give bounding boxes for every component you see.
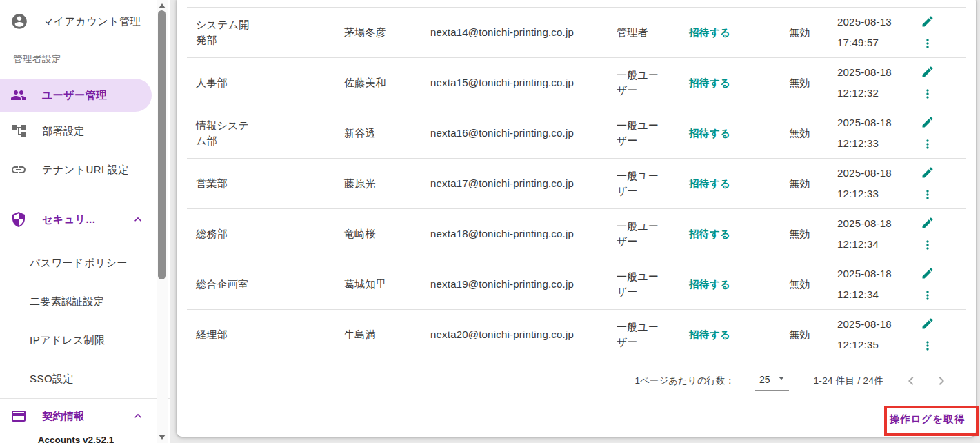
sidebar-item-sso-settings[interactable]: SSO設定 [0,360,152,398]
datetime-cell: 2025-08-13 17:49:57 [837,12,921,53]
department-cell: 人事部 [196,75,344,90]
invite-cell: 招待する [689,75,789,90]
sidebar: マイアカウント管理 管理者設定 ユーザー管理 部署設定 テナントURL設定 セキ… [0,0,170,443]
name-cell: 佐藤美和 [344,75,430,90]
edit-button[interactable] [921,166,934,179]
sidebar-item-user-management[interactable]: ユーザー管理 [0,79,152,112]
kebab-menu-icon [921,87,934,101]
invite-link[interactable]: 招待する [689,178,731,189]
edit-button[interactable] [921,14,934,28]
sidebar-item-ip-restriction[interactable]: IPアドレス制限 [0,321,152,360]
more-menu-button[interactable] [921,87,934,101]
sidebar-item-department-settings[interactable]: 部署設定 [0,112,152,150]
name-cell: 茅場冬彦 [344,25,430,40]
email-cell: nexta17@tonichi-printing.co.jp [430,176,617,191]
invite-link[interactable]: 招待する [689,77,731,88]
sidebar-item-two-factor-auth[interactable]: 二要素認証設定 [0,282,152,321]
status-cell: 無効 [789,176,837,191]
pencil-icon [921,317,934,331]
role-cell: 一般ユーザー [617,269,689,299]
invite-link[interactable]: 招待する [689,279,731,290]
sidebar-group-contract-info[interactable]: 契約情報 [0,399,152,433]
email-cell: nexta14@tonichi-printing.co.jp [430,25,617,40]
time-text: 12:12:34 [837,284,921,305]
scrollbar-thumb[interactable] [158,10,166,279]
pagination-bar: 1ページあたりの行数： 25 1-24 件目 / 24件 [177,360,976,401]
edit-button[interactable] [921,65,934,79]
date-text: 2025-08-18 [837,314,921,335]
date-text: 2025-08-13 [837,12,921,32]
pencil-icon [921,166,934,179]
next-page-button[interactable] [933,373,950,389]
kebab-menu-icon [921,37,934,50]
actions-cell [921,166,966,201]
role-cell: 一般ユーザー [617,118,689,148]
previous-page-button[interactable] [903,373,919,389]
role-cell: 一般ユーザー [617,68,689,98]
status-cell: 無効 [789,327,837,342]
sidebar-group-security[interactable]: セキュリ... [0,195,152,244]
actions-cell [921,65,966,101]
invite-cell: 招待する [689,277,789,292]
credit-card-icon [10,408,27,424]
datetime-cell: 2025-08-18 12:12:34 [837,264,921,305]
table-row: 総務部 竜崎桜 nexta18@tonichi-printing.co.jp 一… [187,208,966,259]
user-table-card: システム開発部 茅場冬彦 nexta14@tonichi-printing.co… [177,0,976,437]
name-cell: 葛城知里 [344,277,430,292]
time-text: 12:12:33 [837,184,921,204]
edit-button[interactable] [921,115,934,129]
department-cell: 情報システム部 [196,118,344,148]
sidebar-group-label: 契約情報 [42,410,85,423]
more-menu-button[interactable] [921,188,934,201]
more-menu-button[interactable] [921,37,934,50]
sidebar-item-password-policy[interactable]: パスワードポリシー [0,244,152,282]
get-operation-log-button[interactable]: 操作ログを取得 [889,413,965,426]
pencil-icon [921,14,934,28]
time-text: 12:12:32 [837,83,921,104]
email-cell: nexta19@tonichi-printing.co.jp [430,277,617,292]
scrollbar-down-arrow-icon[interactable] [159,435,166,440]
pagination-range-label: 1-24 件目 / 24件 [814,375,883,387]
more-menu-button[interactable] [921,339,934,353]
user-table: システム開発部 茅場冬彦 nexta14@tonichi-printing.co… [187,7,966,360]
name-cell: 竜崎桜 [344,226,430,242]
actions-cell [921,317,966,353]
rows-per-page-select[interactable]: 25 [755,371,789,391]
role-cell: 一般ユーザー [617,219,689,249]
edit-button[interactable] [921,266,934,280]
invite-cell: 招待する [689,327,789,342]
sidebar-item-label: ユーザー管理 [42,89,107,102]
actions-cell [921,115,966,151]
sidebar-item-my-account[interactable]: マイアカウント管理 [0,0,170,43]
department-cell: 営業部 [196,176,344,191]
rows-per-page-label: 1ページあたりの行数： [635,375,734,387]
sidebar-scrollbar[interactable] [157,0,168,443]
email-cell: nexta18@tonichi-printing.co.jp [430,226,617,242]
more-menu-button[interactable] [921,238,934,252]
datetime-cell: 2025-08-18 12:12:35 [837,314,921,355]
invite-cell: 招待する [689,176,789,191]
status-cell: 無効 [789,75,837,90]
scrollbar-up-arrow-icon[interactable] [159,3,166,8]
invite-link[interactable]: 招待する [689,128,731,139]
more-menu-button[interactable] [921,137,934,151]
table-row: システム開発部 茅場冬彦 nexta14@tonichi-printing.co… [187,7,966,57]
sidebar-item-tenant-url-settings[interactable]: テナントURL設定 [0,150,152,189]
caret-down-icon [775,372,788,386]
department-cell: 総務部 [196,226,344,242]
people-icon [10,87,27,104]
department-cell: 経理部 [196,327,344,342]
date-text: 2025-08-18 [837,163,921,184]
table-row: 総合企画室 葛城知里 nexta19@tonichi-printing.co.j… [187,259,966,309]
invite-link[interactable]: 招待する [689,27,731,38]
chevron-up-icon [131,409,145,423]
datetime-cell: 2025-08-18 12:12:32 [837,62,921,104]
date-text: 2025-08-18 [837,264,921,284]
edit-button[interactable] [921,216,934,230]
invite-link[interactable]: 招待する [689,228,731,239]
actions-cell [921,216,966,252]
more-menu-button[interactable] [921,288,934,302]
datetime-cell: 2025-08-18 12:12:33 [837,112,921,154]
edit-button[interactable] [921,317,934,331]
invite-link[interactable]: 招待する [689,329,731,340]
